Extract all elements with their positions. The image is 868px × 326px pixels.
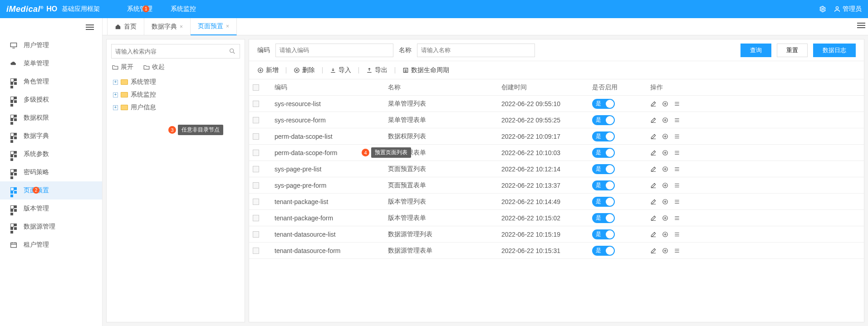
sidebar-item-1[interactable]: 菜单管理 [0, 54, 102, 73]
sidebar-item-9[interactable]: 版本管理 [0, 199, 102, 218]
sidebar-item-0[interactable]: 用户管理 [0, 36, 102, 54]
datalog-button[interactable]: 数据日志 [813, 44, 856, 57]
search-icon[interactable] [229, 48, 236, 55]
edit-icon[interactable] [650, 231, 657, 238]
plus-circle-icon[interactable] [662, 231, 668, 238]
plus-circle-icon[interactable] [662, 133, 668, 140]
folder-icon [121, 79, 128, 85]
expand-icon[interactable]: + [113, 92, 118, 97]
expand-icon[interactable]: + [113, 80, 118, 85]
svg-point-4 [230, 49, 234, 53]
row-checkbox[interactable] [253, 231, 259, 238]
sidebar-item-6[interactable]: 系统参数 [0, 145, 102, 163]
enable-switch[interactable]: 是 [592, 99, 615, 109]
edit-icon[interactable] [650, 101, 657, 107]
enable-switch[interactable]: 是 [592, 246, 615, 256]
row-checkbox[interactable] [253, 133, 259, 140]
more-icon[interactable] [674, 231, 680, 238]
filter-bar: 编码 名称 查询 重置 数据日志 [249, 39, 864, 61]
more-icon[interactable] [674, 199, 680, 205]
tree-expand[interactable]: 展开 [112, 63, 133, 71]
tab-home[interactable]: 首页 [107, 18, 144, 35]
enable-switch[interactable]: 是 [592, 115, 615, 125]
enable-switch[interactable]: 是 [592, 180, 615, 190]
user-menu[interactable]: 管理员 [834, 5, 862, 13]
plus-circle-icon[interactable] [662, 166, 668, 172]
more-icon[interactable] [674, 117, 680, 123]
edit-icon[interactable] [650, 199, 657, 205]
enable-switch[interactable]: 是 [592, 164, 615, 174]
close-icon[interactable]: × [226, 23, 229, 29]
plus-circle-icon[interactable] [662, 182, 668, 189]
more-icon[interactable] [674, 248, 680, 254]
import-button[interactable]: 导入 [330, 66, 351, 74]
row-checkbox[interactable] [253, 182, 259, 189]
enable-switch[interactable]: 是 [592, 229, 615, 239]
more-icon[interactable] [674, 215, 680, 221]
grid-panel: 编码 名称 查询 重置 数据日志 新增 [249, 39, 864, 322]
gear-icon[interactable] [819, 5, 826, 13]
sidebar-item-7[interactable]: 密码策略 [0, 163, 102, 181]
sidebar-item-4[interactable]: 数据权限 [0, 109, 102, 127]
row-checkbox[interactable] [253, 199, 259, 205]
lifecycle-button[interactable]: 数据生命周期 [402, 66, 449, 74]
edit-icon[interactable] [650, 150, 657, 156]
top-menu-monitor[interactable]: 系统监控 [162, 0, 205, 18]
enable-switch[interactable]: 是 [592, 131, 615, 141]
sidebar-item-3[interactable]: 多级授权 [0, 91, 102, 109]
top-menu-system[interactable]: 系统管理 1 [118, 0, 162, 18]
close-icon[interactable]: × [180, 24, 183, 30]
edit-icon[interactable] [650, 166, 657, 172]
sidebar-collapse[interactable] [0, 18, 102, 36]
add-button[interactable]: 新增 [257, 66, 279, 74]
edit-icon[interactable] [650, 117, 657, 123]
reset-button[interactable]: 重置 [777, 44, 808, 57]
tree-collapse[interactable]: 收起 [143, 63, 165, 71]
plus-circle-icon[interactable] [662, 150, 668, 156]
x-circle-icon [294, 67, 300, 73]
plus-circle-icon[interactable] [662, 199, 668, 205]
sidebar-item-11[interactable]: 租户管理 [0, 236, 102, 254]
row-checkbox[interactable] [253, 117, 259, 123]
row-checkbox[interactable] [253, 248, 259, 254]
expand-icon[interactable]: + [113, 105, 118, 110]
sidebar-item-10[interactable]: 数据源管理 [0, 218, 102, 236]
tree-node-1[interactable]: +系统监控 [113, 88, 240, 101]
tree-search-input[interactable] [115, 48, 229, 55]
name-input[interactable] [417, 44, 535, 57]
tree-node-0[interactable]: +系统管理 [113, 76, 240, 88]
tab-dict[interactable]: 数据字典× [144, 18, 191, 35]
export-button[interactable]: 导出 [366, 66, 387, 74]
enable-switch[interactable]: 是 [592, 213, 615, 223]
delete-button[interactable]: 删除 [294, 66, 315, 74]
code-input[interactable] [275, 44, 393, 57]
enable-switch[interactable]: 是 [592, 148, 615, 158]
row-checkbox[interactable] [253, 166, 259, 172]
row-checkbox[interactable] [253, 215, 259, 221]
sidebar-item-5[interactable]: 数据字典 [0, 127, 102, 145]
tree-node-2[interactable]: +用户信息 [113, 101, 240, 114]
edit-icon[interactable] [650, 248, 657, 254]
query-button[interactable]: 查询 [740, 44, 771, 57]
edit-icon[interactable] [650, 133, 657, 140]
plus-circle-icon[interactable] [662, 248, 668, 254]
plus-circle-icon[interactable] [662, 215, 668, 221]
tab-page-preset[interactable]: 页面预置× [191, 18, 237, 35]
sidebar-item-2[interactable]: 角色管理 [0, 73, 102, 91]
more-icon[interactable] [674, 166, 680, 172]
edit-icon[interactable] [650, 182, 657, 189]
tree-search[interactable] [111, 44, 240, 58]
more-icon[interactable] [674, 133, 680, 140]
burger-right-icon[interactable] [857, 23, 865, 28]
plus-circle-icon[interactable] [662, 101, 668, 107]
sidebar-item-8[interactable]: 页面预置2 [0, 181, 102, 199]
row-checkbox[interactable] [253, 101, 259, 107]
more-icon[interactable] [674, 182, 680, 189]
plus-circle-icon[interactable] [662, 117, 668, 123]
enable-switch[interactable]: 是 [592, 197, 615, 207]
more-icon[interactable] [674, 150, 680, 156]
checkbox-all[interactable] [253, 84, 259, 91]
more-icon[interactable] [674, 101, 680, 107]
row-checkbox[interactable] [253, 150, 259, 156]
edit-icon[interactable] [650, 215, 657, 221]
